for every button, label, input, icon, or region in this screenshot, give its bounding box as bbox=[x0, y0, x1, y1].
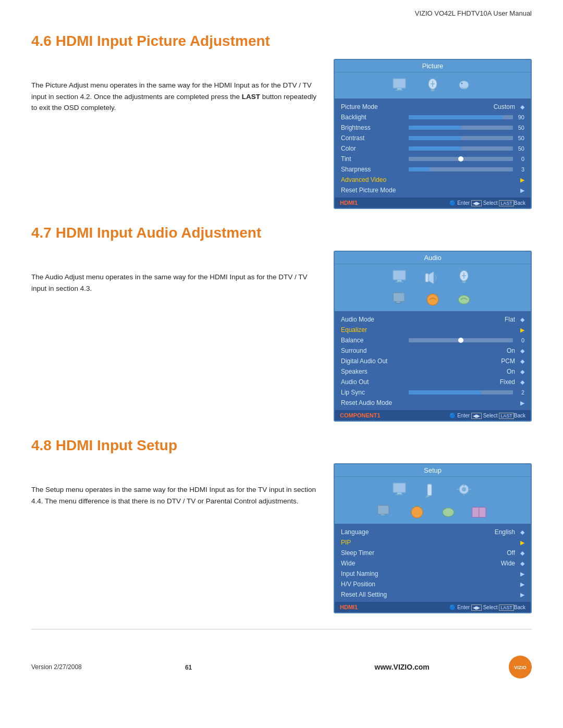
section-48-block: The Setup menu operates in the same way … bbox=[31, 463, 532, 613]
section-47-screen: Audio bbox=[334, 251, 532, 422]
icon-small-7 bbox=[469, 503, 490, 522]
svg-point-21 bbox=[427, 294, 438, 305]
picture-icon bbox=[454, 77, 474, 95]
screen-47-input: COMPONENT1 bbox=[340, 412, 381, 418]
screen-47-footer: COMPONENT1 🔵 Enter ◀▶ Select LASTBack bbox=[335, 410, 531, 421]
svg-point-29 bbox=[462, 487, 466, 491]
section-47-title: 4.7 HDMI Input Audio Adjustment bbox=[31, 225, 532, 241]
screen-46-footer: HDMI1 🔵 Enter ◀▶ Select LASTBack bbox=[335, 198, 531, 208]
footer-website: www.VIZIO.com bbox=[375, 663, 430, 671]
screen-48-footer: HDMI1 🔵 Enter ◀▶ Select LASTBack bbox=[335, 602, 531, 612]
svg-rect-23 bbox=[393, 483, 406, 492]
settings-icon-2 bbox=[454, 268, 474, 287]
svg-rect-25 bbox=[396, 494, 403, 495]
svg-point-36 bbox=[411, 507, 423, 518]
svg-point-37 bbox=[443, 508, 454, 517]
svg-point-22 bbox=[458, 295, 470, 304]
svg-rect-10 bbox=[397, 280, 401, 281]
section-48-text: The Setup menu operates in the same way … bbox=[31, 463, 318, 507]
menu-row-reset-audio: Reset Audio Mode ▶ bbox=[335, 398, 531, 408]
svg-rect-12 bbox=[425, 274, 429, 282]
menu-row-wide: Wide Wide ◆ bbox=[335, 558, 531, 569]
svg-rect-4 bbox=[431, 89, 434, 91]
menu-row-sleep-timer: Sleep Timer Off ◆ bbox=[335, 548, 531, 558]
menu-row-brightness: Brightness 50 bbox=[335, 122, 531, 133]
svg-rect-33 bbox=[469, 489, 471, 490]
screen-48-icons bbox=[335, 477, 531, 503]
svg-rect-20 bbox=[395, 303, 401, 304]
menu-row-hv-position: H/V Position ▶ bbox=[335, 579, 531, 589]
audio-icon bbox=[422, 268, 443, 287]
page-footer: Version 2/27/2008 61 www.VIZIO.com VIZIO bbox=[31, 650, 532, 678]
screen-47-controls: 🔵 Enter ◀▶ Select LASTBack bbox=[449, 413, 525, 418]
svg-text:VIZIO: VIZIO bbox=[514, 665, 527, 670]
screen-48-menu: Language English ◆ PIP ▶ Sleep Timer Off bbox=[335, 524, 531, 602]
menu-row-audio-mode: Audio Mode Flat ◆ bbox=[335, 314, 531, 325]
svg-rect-9 bbox=[393, 270, 406, 280]
menu-row-color: Color 50 bbox=[335, 143, 531, 154]
menu-row-audio-out: Audio Out Fixed ◆ bbox=[335, 377, 531, 387]
screen-47-icons-row2 bbox=[335, 290, 531, 311]
menu-row-lip-sync: Lip Sync 2 bbox=[335, 387, 531, 398]
section-48-title: 4.8 HDMI Input Setup bbox=[31, 437, 532, 454]
svg-rect-31 bbox=[463, 493, 464, 496]
icon-small-1 bbox=[391, 290, 412, 309]
section-46-text: The Picture Adjust menu operates in the … bbox=[31, 59, 318, 114]
menu-row-advanced-video: Advanced Video ▶ bbox=[335, 175, 531, 185]
svg-rect-32 bbox=[457, 489, 459, 490]
monitor-icon-2 bbox=[391, 268, 412, 287]
page-content: 4.6 HDMI Input Picture Adjustment The Pi… bbox=[0, 17, 563, 699]
menu-row-sharpness: Sharpness 3 bbox=[335, 164, 531, 175]
svg-rect-11 bbox=[396, 281, 403, 282]
icon-small-2 bbox=[422, 290, 443, 309]
svg-rect-19 bbox=[396, 302, 400, 303]
screen-48-icons-row2 bbox=[335, 503, 531, 524]
svg-point-8 bbox=[461, 83, 463, 84]
section-46: 4.6 HDMI Input Picture Adjustment The Pi… bbox=[31, 33, 532, 209]
screen-46-input: HDMI1 bbox=[340, 200, 358, 206]
screen-46-controls: 🔵 Enter ◀▶ Select LASTBack bbox=[449, 200, 525, 206]
svg-rect-24 bbox=[397, 492, 401, 494]
svg-rect-34 bbox=[377, 505, 389, 514]
section-46-title: 4.6 HDMI Input Picture Adjustment bbox=[31, 33, 532, 50]
footer-divider bbox=[31, 629, 532, 630]
menu-row-reset-picture: Reset Picture Mode ▶ bbox=[335, 185, 531, 195]
menu-row-pip: PIP ▶ bbox=[335, 537, 531, 548]
menu-row-equalizer: Equalizer ▶ bbox=[335, 325, 531, 335]
svg-rect-35 bbox=[381, 514, 384, 515]
menu-row-digital-audio: Digital Audio Out PCM ◆ bbox=[335, 356, 531, 366]
menu-row-surround: Surround On ◆ bbox=[335, 346, 531, 356]
menu-row-speakers: Speakers On ◆ bbox=[335, 366, 531, 377]
monitor-icon-3 bbox=[391, 481, 412, 500]
menu-row-contrast: Contrast 50 bbox=[335, 133, 531, 143]
pencil-icon bbox=[422, 481, 443, 500]
manual-title: VIZIO VO42L FHDTV10A User Manual bbox=[415, 9, 532, 17]
screen-46-menu: Picture Mode Custom ◆ Backlight 90 bbox=[335, 98, 531, 198]
screen-47-header: Audio bbox=[335, 252, 531, 264]
menu-row-input-naming: Input Naming ▶ bbox=[335, 569, 531, 579]
section-47-block: The Audio Adjust menu operates in the sa… bbox=[31, 251, 532, 422]
svg-rect-30 bbox=[463, 484, 464, 486]
section-47-text: The Audio Adjust menu operates in the sa… bbox=[31, 251, 318, 294]
footer-page: 61 bbox=[185, 664, 192, 671]
screen-47-icons bbox=[335, 264, 531, 290]
menu-row-balance: Balance 0 bbox=[335, 335, 531, 346]
section-46-block: The Picture Adjust menu operates in the … bbox=[31, 59, 532, 209]
page-header: VIZIO VO42L FHDTV10A User Manual bbox=[0, 0, 563, 17]
svg-rect-2 bbox=[396, 90, 403, 91]
menu-row-picture-mode: Picture Mode Custom ◆ bbox=[335, 102, 531, 112]
section-48: 4.8 HDMI Input Setup The Setup menu oper… bbox=[31, 437, 532, 613]
screen-46-header: Picture bbox=[335, 60, 531, 72]
footer-version: Version 2/27/2008 bbox=[31, 663, 82, 671]
icon-small-6 bbox=[438, 503, 459, 522]
section-47-text-main: The Audio Adjust menu operates in the sa… bbox=[31, 273, 308, 292]
screen-48-controls: 🔵 Enter ◀▶ Select LASTBack bbox=[449, 604, 525, 610]
svg-marker-13 bbox=[429, 272, 434, 284]
section-48-text-main: The Setup menu operates in the same way … bbox=[31, 486, 316, 505]
screen-48-header: Setup bbox=[335, 464, 531, 477]
settings-icon bbox=[422, 77, 443, 95]
svg-rect-15 bbox=[462, 281, 466, 283]
screen-46-icons bbox=[335, 72, 531, 98]
screen-47-menu: Audio Mode Flat ◆ Equalizer ▶ Balance bbox=[335, 311, 531, 410]
screen-48-input: HDMI1 bbox=[340, 604, 358, 610]
